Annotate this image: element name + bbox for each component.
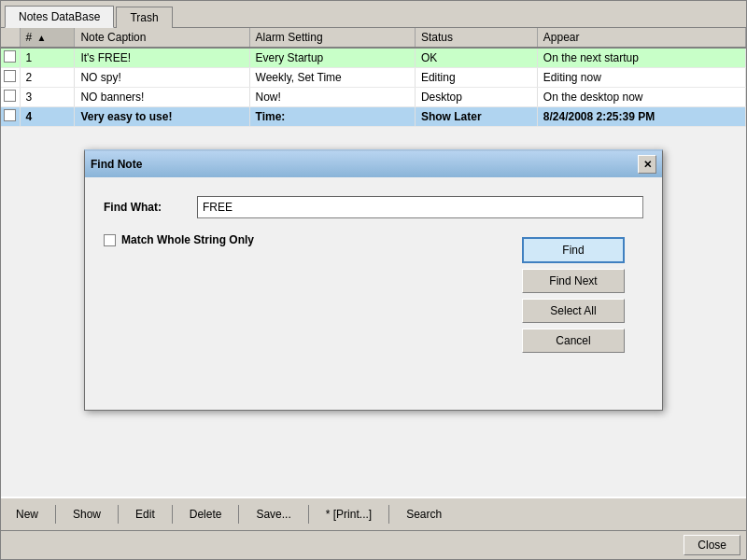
dialog-title: Find Note [91, 158, 142, 171]
dialog-content-wrapper: Find What: Match Whole String Only Find … [104, 196, 643, 246]
find-next-button[interactable]: Find Next [522, 269, 625, 293]
dialog-titlebar: Find Note ✕ [85, 151, 662, 177]
dialog-close-button[interactable]: ✕ [638, 155, 656, 174]
dialog-buttons: Find Find Next Select All Cancel [522, 237, 625, 353]
main-window: Notes DataBase Trash # ▲ Note Caption [0, 0, 747, 560]
find-input[interactable] [197, 196, 643, 218]
find-button[interactable]: Find [522, 237, 625, 263]
cancel-button[interactable]: Cancel [522, 329, 625, 353]
select-all-button[interactable]: Select All [522, 299, 625, 323]
find-note-dialog: Find Note ✕ Find What: Match Whole [84, 149, 663, 411]
find-what-label: Find What: [104, 201, 197, 214]
dialog-overlay: Find Note ✕ Find What: Match Whole [0, 0, 747, 560]
match-checkbox[interactable] [104, 234, 116, 246]
find-row: Find What: [104, 196, 643, 218]
dialog-body: Find What: Match Whole String Only Find … [85, 177, 662, 284]
match-label: Match Whole String Only [121, 233, 254, 246]
